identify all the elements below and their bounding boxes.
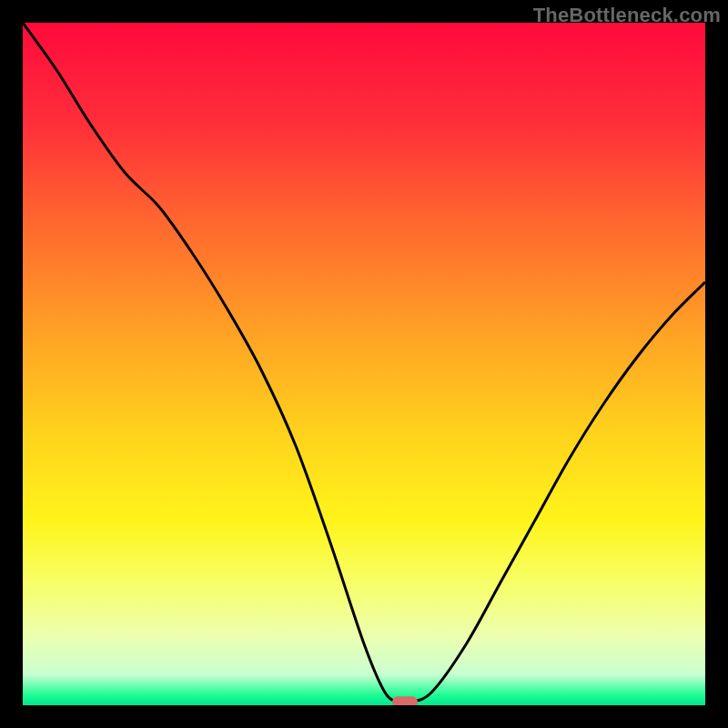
- optimal-marker: [392, 696, 418, 705]
- gradient-background: [23, 23, 705, 705]
- plot-area: [23, 23, 705, 705]
- chart-frame: TheBottleneck.com: [0, 0, 728, 728]
- chart-svg: [23, 23, 705, 705]
